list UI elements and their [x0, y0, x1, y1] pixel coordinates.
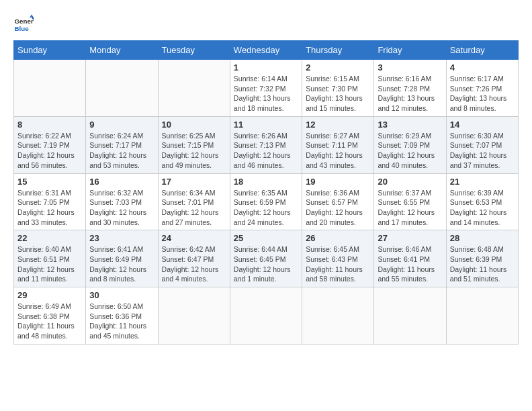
day-info: Sunrise: 6:41 AM Sunset: 6:49 PM Dayligh…: [89, 244, 154, 284]
day-info: Sunrise: 6:16 AM Sunset: 7:28 PM Dayligh…: [378, 74, 442, 113]
day-number: 25: [234, 233, 298, 243]
day-info: Sunrise: 6:22 AM Sunset: 7:19 PM Dayligh…: [17, 131, 82, 171]
day-info: Sunrise: 6:30 AM Sunset: 7:07 PM Dayligh…: [450, 131, 515, 171]
day-info: Sunrise: 6:46 AM Sunset: 6:41 PM Dayligh…: [378, 244, 442, 284]
day-number: 13: [378, 120, 442, 130]
day-info: Sunrise: 6:45 AM Sunset: 6:43 PM Dayligh…: [306, 244, 370, 284]
calendar-cell: 9 Sunrise: 6:24 AM Sunset: 7:17 PM Dayli…: [86, 116, 158, 173]
header-friday: Friday: [374, 41, 446, 60]
calendar-week-5: 29 Sunrise: 6:49 AM Sunset: 6:38 PM Dayl…: [14, 287, 519, 345]
day-info: Sunrise: 6:31 AM Sunset: 7:05 PM Dayligh…: [17, 188, 82, 228]
calendar-cell: 21 Sunrise: 6:39 AM Sunset: 6:53 PM Dayl…: [446, 173, 518, 230]
day-info: Sunrise: 6:39 AM Sunset: 6:53 PM Dayligh…: [450, 188, 515, 228]
day-number: 26: [306, 233, 370, 243]
calendar-cell: [230, 287, 302, 345]
day-info: Sunrise: 6:27 AM Sunset: 7:11 PM Dayligh…: [306, 131, 370, 171]
day-number: 28: [450, 233, 515, 243]
calendar-cell: 28 Sunrise: 6:48 AM Sunset: 6:39 PM Dayl…: [446, 230, 518, 287]
calendar-cell: 22 Sunrise: 6:40 AM Sunset: 6:51 PM Dayl…: [14, 230, 86, 287]
calendar-cell: 8 Sunrise: 6:22 AM Sunset: 7:19 PM Dayli…: [14, 116, 86, 173]
header-monday: Monday: [86, 41, 158, 60]
day-number: 10: [162, 120, 226, 130]
calendar-week-1: 1 Sunrise: 6:14 AM Sunset: 7:32 PM Dayli…: [14, 60, 519, 117]
day-number: 17: [162, 177, 226, 187]
day-info: Sunrise: 6:14 AM Sunset: 7:32 PM Dayligh…: [234, 74, 298, 113]
day-info: Sunrise: 6:44 AM Sunset: 6:45 PM Dayligh…: [234, 244, 298, 284]
day-number: 9: [89, 120, 154, 130]
day-number: 16: [89, 177, 154, 187]
day-number: 19: [306, 177, 370, 187]
day-info: Sunrise: 6:48 AM Sunset: 6:39 PM Dayligh…: [450, 244, 515, 284]
day-number: 14: [450, 120, 515, 130]
day-number: 4: [450, 62, 515, 73]
day-number: 24: [162, 233, 226, 243]
calendar-cell: 17 Sunrise: 6:34 AM Sunset: 7:01 PM Dayl…: [158, 173, 230, 230]
calendar-cell: 27 Sunrise: 6:46 AM Sunset: 6:41 PM Dayl…: [374, 230, 446, 287]
day-info: Sunrise: 6:34 AM Sunset: 7:01 PM Dayligh…: [162, 188, 226, 228]
day-number: 21: [450, 177, 515, 187]
calendar-week-3: 15 Sunrise: 6:31 AM Sunset: 7:05 PM Dayl…: [14, 173, 519, 230]
header-sunday: Sunday: [14, 41, 86, 60]
calendar-week-4: 22 Sunrise: 6:40 AM Sunset: 6:51 PM Dayl…: [14, 230, 519, 287]
day-info: Sunrise: 6:36 AM Sunset: 6:57 PM Dayligh…: [306, 188, 370, 228]
day-info: Sunrise: 6:26 AM Sunset: 7:13 PM Dayligh…: [234, 131, 298, 171]
day-number: 20: [378, 177, 442, 187]
calendar-cell: [158, 287, 230, 345]
calendar-cell: 16 Sunrise: 6:32 AM Sunset: 7:03 PM Dayl…: [86, 173, 158, 230]
day-number: 12: [306, 120, 370, 130]
day-info: Sunrise: 6:35 AM Sunset: 6:59 PM Dayligh…: [234, 188, 298, 228]
calendar-cell: 26 Sunrise: 6:45 AM Sunset: 6:43 PM Dayl…: [302, 230, 374, 287]
calendar-cell: 12 Sunrise: 6:27 AM Sunset: 7:11 PM Dayl…: [302, 116, 374, 173]
svg-text:Blue: Blue: [15, 25, 30, 32]
calendar-cell: 30 Sunrise: 6:50 AM Sunset: 6:36 PM Dayl…: [86, 287, 158, 345]
day-number: 1: [234, 62, 298, 73]
day-info: Sunrise: 6:24 AM Sunset: 7:17 PM Dayligh…: [89, 131, 154, 171]
day-number: 15: [17, 177, 82, 187]
day-number: 23: [89, 233, 154, 243]
header-tuesday: Tuesday: [158, 41, 230, 60]
day-info: Sunrise: 6:49 AM Sunset: 6:38 PM Dayligh…: [17, 302, 82, 341]
day-info: Sunrise: 6:15 AM Sunset: 7:30 PM Dayligh…: [306, 74, 370, 113]
calendar-cell: 23 Sunrise: 6:41 AM Sunset: 6:49 PM Dayl…: [86, 230, 158, 287]
calendar: SundayMondayTuesdayWednesdayThursdayFrid…: [13, 40, 519, 345]
header: General Blue: [13, 13, 519, 34]
calendar-cell: 24 Sunrise: 6:42 AM Sunset: 6:47 PM Dayl…: [158, 230, 230, 287]
calendar-cell: [446, 287, 518, 345]
svg-marker-2: [30, 15, 34, 18]
day-number: 2: [306, 62, 370, 73]
header-saturday: Saturday: [446, 41, 518, 60]
calendar-cell: 4 Sunrise: 6:17 AM Sunset: 7:26 PM Dayli…: [446, 60, 518, 117]
day-info: Sunrise: 6:37 AM Sunset: 6:55 PM Dayligh…: [378, 188, 442, 228]
calendar-header-row: SundayMondayTuesdayWednesdayThursdayFrid…: [14, 41, 519, 60]
calendar-cell: [374, 287, 446, 345]
calendar-cell: 13 Sunrise: 6:29 AM Sunset: 7:09 PM Dayl…: [374, 116, 446, 173]
day-number: 11: [234, 120, 298, 130]
calendar-cell: 29 Sunrise: 6:49 AM Sunset: 6:38 PM Dayl…: [14, 287, 86, 345]
day-info: Sunrise: 6:32 AM Sunset: 7:03 PM Dayligh…: [89, 188, 154, 228]
calendar-cell: 3 Sunrise: 6:16 AM Sunset: 7:28 PM Dayli…: [374, 60, 446, 117]
header-wednesday: Wednesday: [230, 41, 302, 60]
day-number: 30: [89, 290, 154, 300]
day-number: 22: [17, 233, 82, 243]
calendar-cell: [14, 60, 86, 117]
calendar-cell: 20 Sunrise: 6:37 AM Sunset: 6:55 PM Dayl…: [374, 173, 446, 230]
calendar-cell: 19 Sunrise: 6:36 AM Sunset: 6:57 PM Dayl…: [302, 173, 374, 230]
day-number: 8: [17, 120, 82, 130]
day-number: 3: [378, 62, 442, 73]
day-info: Sunrise: 6:29 AM Sunset: 7:09 PM Dayligh…: [378, 131, 442, 171]
day-number: 27: [378, 233, 442, 243]
calendar-cell: 11 Sunrise: 6:26 AM Sunset: 7:13 PM Dayl…: [230, 116, 302, 173]
calendar-cell: 2 Sunrise: 6:15 AM Sunset: 7:30 PM Dayli…: [302, 60, 374, 117]
calendar-cell: 15 Sunrise: 6:31 AM Sunset: 7:05 PM Dayl…: [14, 173, 86, 230]
logo: General Blue: [13, 13, 34, 34]
day-number: 18: [234, 177, 298, 187]
logo-icon: General Blue: [13, 13, 34, 34]
day-info: Sunrise: 6:25 AM Sunset: 7:15 PM Dayligh…: [162, 131, 226, 171]
day-info: Sunrise: 6:50 AM Sunset: 6:36 PM Dayligh…: [89, 302, 154, 341]
day-info: Sunrise: 6:40 AM Sunset: 6:51 PM Dayligh…: [17, 244, 82, 284]
calendar-cell: 10 Sunrise: 6:25 AM Sunset: 7:15 PM Dayl…: [158, 116, 230, 173]
calendar-cell: 14 Sunrise: 6:30 AM Sunset: 7:07 PM Dayl…: [446, 116, 518, 173]
calendar-cell: 18 Sunrise: 6:35 AM Sunset: 6:59 PM Dayl…: [230, 173, 302, 230]
calendar-week-2: 8 Sunrise: 6:22 AM Sunset: 7:19 PM Dayli…: [14, 116, 519, 173]
day-info: Sunrise: 6:17 AM Sunset: 7:26 PM Dayligh…: [450, 74, 515, 113]
